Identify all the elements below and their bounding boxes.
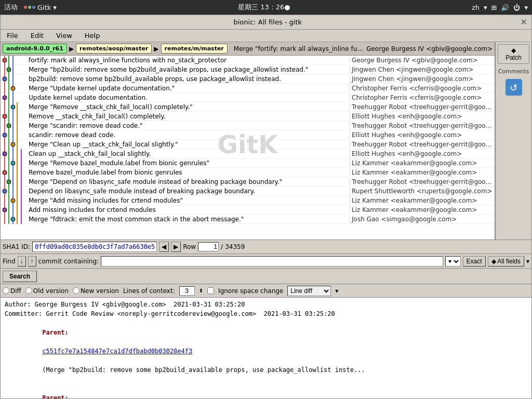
svg-point-44 [11, 142, 15, 147]
svg-point-56 [11, 161, 15, 165]
commit-message: Merge "Clean up __stack_chk_fail_local s… [26, 141, 349, 148]
find-dropdown[interactable]: ▾ [445, 256, 461, 267]
parent2-label: Parent: [42, 394, 69, 398]
activities-label[interactable]: 活动 [4, 3, 18, 12]
arrow-right2-icon: ▶ [154, 45, 158, 52]
menu-help[interactable]: Help [81, 31, 104, 41]
power-dropdown-icon[interactable]: ▾ [524, 4, 528, 11]
app-dropdown-icon[interactable]: ▾ [53, 4, 57, 11]
grid-icon[interactable]: ⊞ [491, 4, 497, 11]
diff-radio-diff[interactable] [3, 287, 9, 294]
diff-radio-new[interactable] [73, 287, 79, 294]
branch-android-tag[interactable]: android-9.0.0_r61 [3, 44, 67, 54]
line-diff-dropdown-icon[interactable]: ▾ [335, 287, 338, 295]
find-containing-label: containing: [64, 258, 99, 265]
menu-bar: File Edit View Help [1, 30, 531, 42]
table-row[interactable]: bp2build: remove some bp2build_available… [1, 74, 495, 84]
menu-edit[interactable]: Edit [26, 31, 48, 41]
commit-list-scroll[interactable]: GitK fortify: mark all always_inline fun… [1, 56, 495, 240]
commit-list-panel: android-9.0.0_r61 ▶ remotes/aosp/master … [1, 42, 495, 240]
sha-input[interactable]: 0ffd09ad0c035e8db0c3f7ad7a6630e52287acc5 [32, 242, 157, 252]
diff-area: Diff Old version New version Lines of co… [1, 284, 531, 398]
volume-icon[interactable]: 🔊 [501, 4, 509, 11]
commit-author: Elliott Hughes <enh@google.com> [349, 150, 495, 157]
branch-m-tag[interactable]: remotes/m/master [161, 44, 228, 54]
table-row[interactable]: Merge "Remove bazel_module.label from bi… [1, 158, 495, 168]
power-icon[interactable]: ⏻ [513, 4, 520, 11]
system-bar-center: 星期三 13：26● [238, 3, 290, 12]
table-row[interactable]: Clean up __stack_chk_fail_local slightly… [1, 149, 495, 158]
lang-dropdown-icon[interactable]: ▾ [484, 4, 487, 11]
commit-message: Merge "scandir: remove dead code." [26, 122, 349, 129]
merge-msg: Merge "fortify: mark all always_inline f… [234, 45, 364, 52]
commit-message: Merge "Add missing includes for crtend m… [26, 197, 349, 204]
patch-button[interactable]: ◆ Patch [498, 44, 529, 64]
commit-message: Merge "bp2build: remove some bp2build_av… [26, 66, 349, 73]
app-indicator[interactable]: Gitk ▾ [24, 4, 57, 11]
find-down-button[interactable]: ↓ [18, 256, 26, 267]
table-row[interactable]: Merge "Remove __stack_chk_fail_local() c… [1, 102, 495, 112]
commit-message: Merge "Update kernel update documentatio… [26, 85, 349, 92]
table-row[interactable]: fortify: mark all always_inline function… [1, 56, 495, 65]
find-up-button[interactable]: ↑ [28, 256, 36, 267]
commit-author: Rupert Shuttleworth <ruperts@google.com> [349, 188, 495, 195]
sha-next-button[interactable]: ▶ [171, 242, 181, 252]
diff-tab-diff[interactable]: Diff [3, 287, 21, 295]
table-row[interactable]: Merge "Depend on libasync_safe module in… [1, 177, 495, 187]
commit-message: Update kernel update documentation. [26, 94, 349, 101]
all-fields-button[interactable]: ◆ All fields [488, 256, 524, 267]
parent1-link[interactable]: c551fc7e7a154847e7ca1d7dfbabd0b03028e4f3 [42, 348, 192, 355]
sha-prev-button[interactable]: ◀ [159, 242, 169, 252]
table-row[interactable]: Merge "scandir: remove dead code."Treehu… [1, 121, 495, 130]
commit-author: Elliott Hughes <enh@google.com> [349, 113, 495, 120]
main-content: android-9.0.0_r61 ▶ remotes/aosp/master … [1, 42, 531, 398]
commit-message: Merge "fdtrack: emit the most common sta… [26, 216, 349, 223]
branch-aosp-tag[interactable]: remotes/aosp/master [76, 44, 152, 54]
commit-author: Elliott Hughes <enh@google.com> [349, 131, 495, 139]
table-row[interactable]: Merge "fdtrack: emit the most common sta… [1, 215, 495, 224]
lang-button[interactable]: zh [472, 4, 480, 11]
row-separator: / [221, 243, 223, 250]
app-name-label[interactable]: Gitk [37, 4, 51, 11]
commit-area: android-9.0.0_r61 ▶ remotes/aosp/master … [1, 42, 531, 240]
context-input[interactable]: 3 [179, 286, 195, 296]
system-bar-left: 活动 Gitk ▾ [4, 3, 57, 12]
line-diff-select[interactable]: Line diff Word diff Markup diff [287, 286, 331, 296]
commit-author: Liz Kammer <eakammer@google.com> [349, 197, 495, 204]
table-row[interactable]: Merge "Update kernel update documentatio… [1, 84, 495, 93]
commit-message: Merge "Remove bazel_module.label from bi… [26, 159, 349, 167]
all-fields-dropdown-icon[interactable]: ▾ [526, 258, 529, 265]
search-button[interactable]: Search [3, 271, 37, 282]
diff-label: Diff [10, 287, 21, 295]
exact-button[interactable]: Exact [463, 256, 486, 267]
commit-message: Remove __stack_chk_fail_local() complete… [26, 113, 349, 120]
diff-tab-old[interactable]: Old version [25, 287, 69, 295]
table-row[interactable]: Depend on libasync_safe module instead o… [1, 187, 495, 196]
commit-author: Treehugger Robot <treehugger-gerrit@goog… [349, 122, 495, 129]
table-row[interactable]: Merge "Clean up __stack_chk_fail_local s… [1, 140, 495, 149]
table-row[interactable]: Update kernel update documentation.Chris… [1, 93, 495, 102]
table-row[interactable]: Add missing includes for crtend modulesL… [1, 205, 495, 215]
row-input[interactable]: 1 [198, 242, 219, 251]
diff-tab-new[interactable]: New version [73, 287, 119, 295]
menu-file[interactable]: File [3, 31, 22, 41]
window-title: bionic: All files - gitk [15, 18, 521, 26]
commit-author: Liz Kammer <eakammer@google.com> [349, 169, 495, 176]
table-row[interactable]: Remove bazel_module.label from bionic ge… [1, 168, 495, 177]
menu-view[interactable]: View [52, 31, 76, 41]
ts-icon[interactable]: ↺ [506, 79, 522, 96]
table-row[interactable]: Merge "bp2build: remove some bp2build_av… [1, 65, 495, 74]
commit-author: Treehugger Robot <treehugger-gerrit@goog… [349, 141, 495, 148]
find-text-input[interactable] [101, 256, 443, 267]
table-row[interactable]: scandir: remove dead code.Elliott Hughes… [1, 130, 495, 140]
diff-radio-old[interactable] [25, 287, 32, 294]
context-spin-icon[interactable]: ⬍ [199, 288, 203, 294]
table-row[interactable]: Remove __stack_chk_fail_local() complete… [1, 112, 495, 121]
svg-point-29 [3, 114, 7, 118]
commit-author: Christopher Ferris <cferris@google.com> [349, 94, 495, 101]
svg-point-74 [3, 189, 7, 193]
close-button[interactable]: ✕ [521, 17, 527, 27]
ignore-space-checkbox[interactable] [207, 287, 214, 294]
table-row[interactable]: Merge "Add missing includes for crtend m… [1, 196, 495, 205]
svg-point-50 [3, 152, 7, 156]
